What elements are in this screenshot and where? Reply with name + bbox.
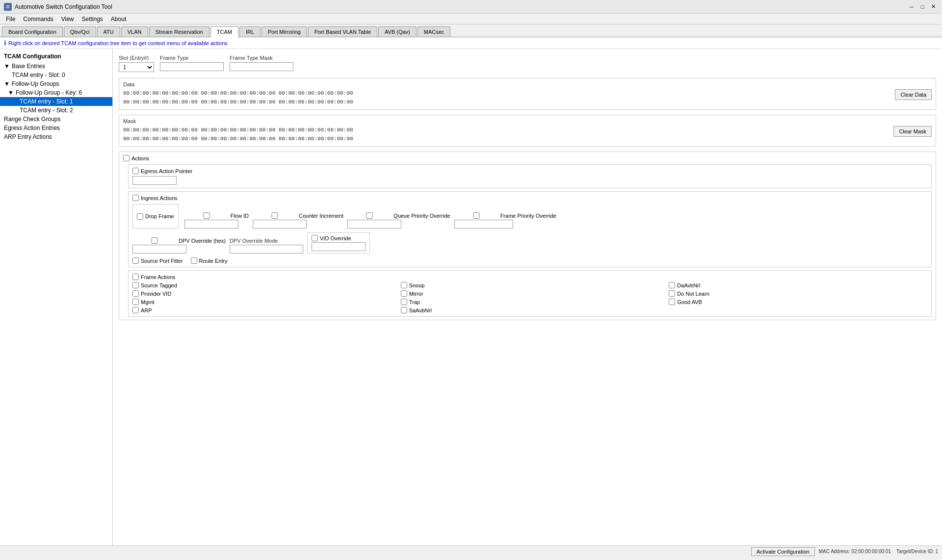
menu-settings[interactable]: Settings [78,15,107,24]
tab-port-based-vlan[interactable]: Port Based VLAN Table [308,26,377,37]
frame-type-input[interactable]: 0 [160,62,224,71]
vid-override-checkbox[interactable] [312,235,318,241]
tab-port-mirroring[interactable]: Port Mirroring [262,26,307,37]
arp-checkbox[interactable] [132,307,139,313]
queue-priority-group: Queue Priority Override 0 [347,212,450,229]
menu-view[interactable]: View [57,15,78,24]
vid-override-label: VID Override [320,235,351,241]
egress-action-input[interactable]: 0 [132,176,177,185]
minimize-button[interactable]: ─ [907,2,916,12]
tab-board-configuration[interactable]: Board Configuration [2,26,63,37]
sidebar-item-base-entries[interactable]: ▼ Base Entries [0,62,112,71]
sidebar-item-slot0[interactable]: TCAM entry - Slot: 0 [0,71,112,79]
slot-field-group: Slot (Entry#) 1 0 2 [119,55,154,72]
queue-priority-input[interactable]: 0 [347,220,401,229]
sidebar-item-arp-entry[interactable]: ARP Entry Actions [0,132,112,141]
counter-increment-input[interactable]: 0 [253,220,307,229]
activate-configuration-button[interactable]: Activate Configuration [751,547,815,556]
mgmt-checkbox[interactable] [132,299,139,305]
dpv-override-group: DPV Override (hex) 0 [132,237,226,254]
clear-data-button[interactable]: Clear Data [895,89,932,100]
sidebar-item-followup-key6[interactable]: ▼ Follow-Up Group - Key: 6 [0,88,112,97]
sidebar-item-slot1[interactable]: TCAM entry - Slot: 1 [0,97,112,106]
vid-override-input[interactable]: 2 [312,242,366,251]
mgmt-label[interactable]: Mgmt [132,299,391,305]
snoop-label[interactable]: Snoop [401,282,659,288]
source-tagged-checkbox[interactable] [132,282,139,288]
ingress-actions-checkbox[interactable] [132,195,139,201]
daavbnrl-checkbox[interactable] [669,282,675,288]
counter-increment-checkbox-label[interactable]: Counter Increment [253,212,343,219]
flow-id-input[interactable]: 0 [184,220,238,229]
saavbnrl-label[interactable]: SaAvbNrl [401,307,659,313]
vid-override-checkbox-label[interactable]: VID Override [312,235,366,241]
data-content: 00:00:00:00:00:00:00:00 00:00:00:00:00:0… [123,89,932,106]
trap-label[interactable]: Trap [401,299,659,305]
provider-vid-label[interactable]: Provider VID [132,290,391,297]
actions-checkbox[interactable] [123,155,130,161]
dpv-mode-input[interactable]: 3 [230,245,303,254]
source-port-filter-label[interactable]: Source Port Filter [132,257,183,264]
egress-checkbox-label[interactable]: Egress Action Pointer [132,168,927,174]
frame-priority-input[interactable]: 0 [454,220,513,229]
source-tagged-label[interactable]: Source Tagged [132,282,391,288]
maximize-button[interactable]: □ [917,2,927,12]
tab-tcam[interactable]: TCAM [210,26,238,37]
route-entry-label[interactable]: Route Entry [191,257,228,264]
target-device-text: Target/Device ID: 1 [896,549,938,554]
tab-avb[interactable]: AVB (Qav) [378,26,417,37]
egress-action-checkbox[interactable] [132,168,139,174]
dpv-override-input[interactable]: 0 [132,245,186,254]
dpv-mode-group: DPV Override Mode 3 [230,238,303,254]
frame-actions-checkbox-label[interactable]: Frame Actions [132,274,927,280]
arp-label[interactable]: ARP [132,307,391,313]
frame-priority-checkbox[interactable] [454,212,498,219]
source-port-filter-checkbox[interactable] [132,257,139,264]
tab-macsec[interactable]: MACsec [418,26,451,37]
flow-id-checkbox[interactable] [184,212,229,219]
queue-priority-checkbox-label[interactable]: Queue Priority Override [347,212,450,219]
do-not-learn-label[interactable]: Do Not Learn [669,290,927,297]
tab-vlan[interactable]: VLAN [121,26,148,37]
good-avb-label[interactable]: Good AVB [669,299,927,305]
frame-actions-checkbox[interactable] [132,274,139,280]
drop-frame-label[interactable]: Drop Frame [137,213,174,220]
drop-frame-checkbox[interactable] [137,213,143,220]
trap-checkbox[interactable] [401,299,407,305]
tab-irl[interactable]: IRL [239,26,261,37]
route-entry-checkbox[interactable] [191,257,197,264]
sidebar-item-slot2[interactable]: TCAM entry - Slot: 2 [0,106,112,115]
mirror-checkbox[interactable] [401,290,407,297]
frame-type-mask-input[interactable]: 3 [230,62,293,71]
counter-increment-checkbox[interactable] [253,212,297,219]
do-not-learn-checkbox[interactable] [669,290,675,297]
clear-mask-button[interactable]: Clear Mask [893,126,932,137]
dpv-override-checkbox[interactable] [132,237,177,244]
mask-hex: 00:00:00:00:00:00:00:00 00:00:00:00:00:0… [123,126,353,143]
flow-id-checkbox-label[interactable]: Flow ID [184,212,249,219]
snoop-checkbox[interactable] [401,282,407,288]
slot-select[interactable]: 1 0 2 [119,63,154,72]
provider-vid-checkbox[interactable] [132,290,139,297]
ingress-actions-checkbox-label[interactable]: Ingress Actions [132,195,927,201]
sidebar-item-egress-action[interactable]: Egress Action Entries [0,124,112,132]
dpv-override-checkbox-label[interactable]: DPV Override (hex) [132,237,226,244]
queue-priority-checkbox[interactable] [347,212,392,219]
sidebar-item-follow-up-groups[interactable]: ▼ Follow-Up Groups [0,79,112,88]
sidebar-item-range-check[interactable]: Range Check Groups [0,115,112,124]
sidebar-title: TCAM Configuration [0,51,112,62]
frame-priority-checkbox-label[interactable]: Frame Priority Override [454,212,556,219]
good-avb-checkbox[interactable] [669,299,675,305]
tab-atu[interactable]: ATU [97,26,120,37]
actions-checkbox-label[interactable]: Actions [123,155,932,161]
daavbnrl-label[interactable]: DaAvbNrl [669,282,927,288]
menu-commands[interactable]: Commands [19,15,57,24]
menu-about[interactable]: About [107,15,130,24]
menu-file[interactable]: File [2,15,19,24]
close-button[interactable]: ✕ [928,2,938,12]
tab-stream-reservation[interactable]: Stream Reservation [149,26,209,37]
saavbnrl-checkbox[interactable] [401,307,407,313]
counter-increment-group: Counter Increment 0 [253,212,343,229]
tab-qbv-qci[interactable]: Qbv/Qci [64,26,96,37]
mirror-label[interactable]: Mirror [401,290,659,297]
